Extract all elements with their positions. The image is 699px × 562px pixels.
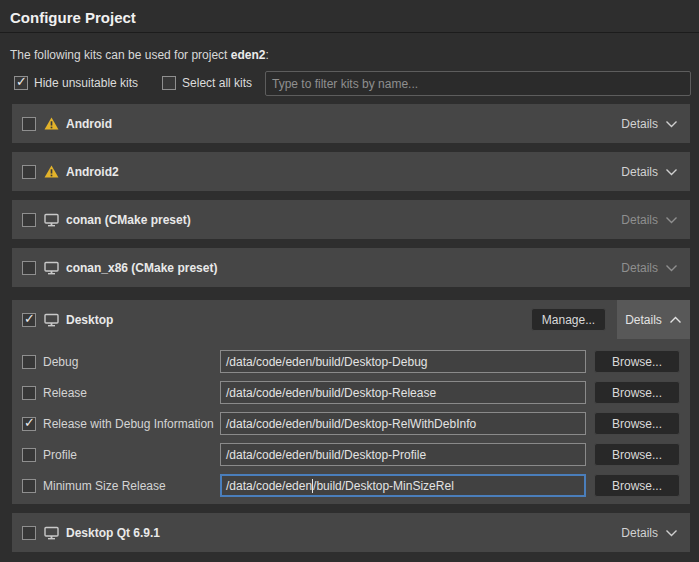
build-config-row-relwithdebinfo: Release with Debug Information [22, 412, 214, 435]
desktop-monitor-icon [44, 313, 59, 327]
details-toggle[interactable]: Details [609, 104, 690, 143]
hide-unsuitable-kits-label: Hide unsuitable kits [34, 76, 138, 90]
browse-button[interactable]: Browse... [594, 381, 680, 404]
project-name: eden2 [231, 48, 266, 62]
chevron-down-icon [665, 261, 678, 275]
desktop-monitor-icon [44, 261, 59, 275]
kit-checkbox[interactable] [22, 526, 36, 540]
kit-name: Android [66, 117, 112, 131]
kit-name: Desktop Qt 6.9.1 [66, 526, 160, 540]
details-toggle-expanded[interactable]: Details [617, 300, 690, 339]
kit-row-conan-x86: conan_x86 (CMake preset) Details [12, 248, 690, 287]
chevron-down-icon [665, 526, 678, 540]
build-dir-input-release[interactable]: /data/code/eden/build/Desktop-Release [220, 381, 586, 404]
build-config-checkbox[interactable] [22, 479, 36, 493]
kit-row-desktop: Desktop [22, 300, 113, 339]
warning-icon [44, 165, 59, 178]
kit-name: conan_x86 (CMake preset) [66, 261, 217, 275]
build-config-label: Debug [43, 355, 78, 369]
build-dir-input-minsizerel-focused[interactable]: /data/code/eden/build/Desktop-MinSizeRel [220, 474, 586, 497]
build-config-row-profile: Profile [22, 443, 77, 466]
warning-icon [44, 117, 59, 130]
build-config-row-release: Release [22, 381, 87, 404]
select-all-kits-checkbox[interactable] [162, 76, 176, 90]
configure-project-page: { "header": { "title": "Configure Projec… [0, 0, 699, 562]
build-dir-input-profile[interactable]: /data/code/eden/build/Desktop-Profile [220, 443, 586, 466]
kit-checkbox[interactable] [22, 261, 36, 275]
chevron-down-icon [665, 213, 678, 227]
kit-checkbox[interactable] [22, 117, 36, 131]
build-config-label: Release [43, 386, 87, 400]
browse-button[interactable]: Browse... [594, 350, 680, 373]
build-config-checkbox[interactable] [22, 448, 36, 462]
details-toggle[interactable]: Details [609, 513, 690, 552]
select-all-kits-label: Select all kits [182, 76, 252, 90]
browse-button[interactable]: Browse... [594, 474, 680, 497]
desktop-monitor-icon [44, 213, 59, 227]
intro-text: The following kits can be used for proje… [10, 48, 269, 62]
kit-row-desktop-qt: Desktop Qt 6.9.1 Details [12, 513, 690, 552]
build-config-checkbox[interactable] [22, 355, 36, 369]
build-config-label: Release with Debug Information [43, 417, 214, 431]
manage-kits-button[interactable]: Manage... [531, 308, 606, 331]
kit-row-android2: Android2 Details [12, 152, 690, 191]
build-config-row-minsizerel: Minimum Size Release [22, 474, 166, 497]
kit-name: conan (CMake preset) [66, 213, 191, 227]
chevron-down-icon [665, 117, 678, 131]
chevron-up-icon [669, 313, 682, 327]
build-config-label: Profile [43, 448, 77, 462]
build-config-label: Minimum Size Release [43, 479, 166, 493]
details-toggle-disabled: Details [609, 200, 690, 239]
build-dir-input-relwithdebinfo[interactable]: /data/code/eden/build/Desktop-RelWithDeb… [220, 412, 586, 435]
browse-button[interactable]: Browse... [594, 412, 680, 435]
details-toggle[interactable]: Details [609, 152, 690, 191]
build-config-checkbox[interactable] [22, 386, 36, 400]
chevron-down-icon [665, 165, 678, 179]
kit-checkbox[interactable] [22, 165, 36, 179]
kit-checkbox[interactable] [22, 213, 36, 227]
kit-checkbox[interactable] [22, 313, 36, 327]
desktop-monitor-icon [44, 526, 59, 540]
kit-filter-controls: Hide unsuitable kits Select all kits [14, 76, 270, 90]
build-config-row-debug: Debug [22, 350, 78, 373]
build-dir-input-debug[interactable]: /data/code/eden/build/Desktop-Debug [220, 350, 586, 373]
kit-name: Desktop [66, 313, 113, 327]
build-config-checkbox[interactable] [22, 417, 36, 431]
details-toggle-disabled: Details [609, 248, 690, 287]
kit-row-conan: conan (CMake preset) Details [12, 200, 690, 239]
browse-button[interactable]: Browse... [594, 443, 680, 466]
page-title: Configure Project [10, 9, 136, 26]
kit-name: Android2 [66, 165, 119, 179]
kit-filter-input[interactable] [265, 71, 691, 96]
hide-unsuitable-kits-checkbox[interactable] [14, 76, 28, 90]
title-separator [0, 32, 699, 33]
kit-row-android: Android Details [12, 104, 690, 143]
